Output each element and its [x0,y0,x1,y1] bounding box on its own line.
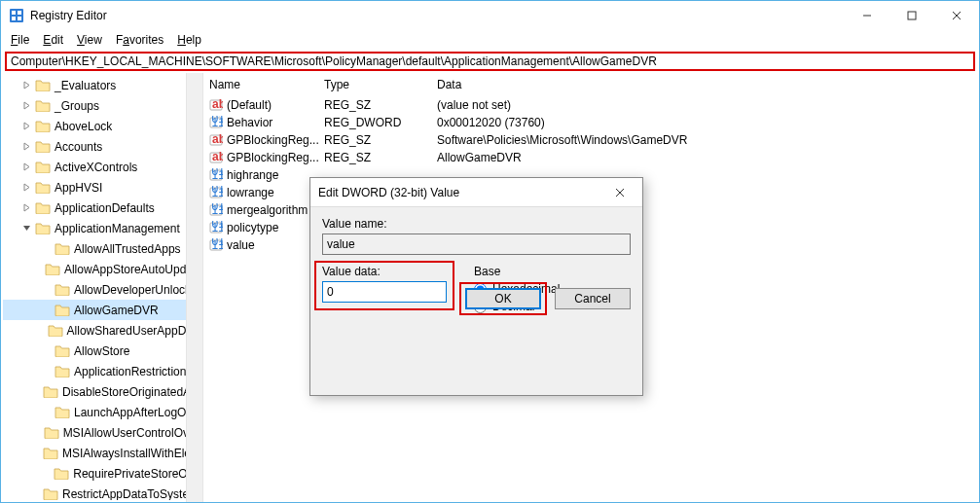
cancel-button[interactable]: Cancel [555,288,631,309]
tree-node-apphvsi[interactable]: AppHVSI [3,177,202,198]
expander-none [40,468,51,480]
value-name-input[interactable] [322,234,631,255]
tree-node--evaluators[interactable]: _Evaluators [3,75,202,95]
window-controls [845,1,979,30]
tree-scrollbar[interactable] [186,73,202,502]
expander-none [40,243,52,255]
tree-node-msialwaysinstallwitheleva[interactable]: MSIAlwaysInstallWithEleva [3,443,202,463]
row-name: policytype [227,221,278,234]
expander-icon[interactable] [20,80,32,91]
row-data: AllowGameDVR [431,151,979,164]
svg-text:110: 110 [212,116,224,129]
expander-icon[interactable] [20,223,32,234]
svg-text:110: 110 [212,186,224,199]
tree-node-msiallowusercontroloveri[interactable]: MSIAllowUserControlOverI [3,422,202,443]
expander-none [40,325,45,337]
tree-node-applicationrestrictions[interactable]: ApplicationRestrictions [3,361,202,381]
list-row[interactable]: abGPBlockingReg...REG_SZAllowGameDVR [203,149,979,166]
expander-none [40,407,52,418]
tree-node-allowappstoreautoupdate[interactable]: AllowAppStoreAutoUpdate [3,259,202,279]
list-row[interactable]: ab(Default)REG_SZ(value not set) [203,96,979,114]
row-type: REG_DWORD [318,116,431,129]
row-name: mergealgorithm [227,203,308,217]
ok-highlight: OK [459,282,547,315]
svg-text:110: 110 [212,168,224,182]
ok-button[interactable]: OK [465,288,541,309]
menu-favorites[interactable]: Favorites [110,31,169,49]
svg-rect-4 [18,17,21,20]
row-name: highrange [227,168,278,182]
dialog-title: Edit DWORD (32-bit) Value [318,186,605,199]
expander-icon[interactable] [20,141,32,153]
expander-icon[interactable] [20,162,32,173]
expander-icon[interactable] [20,121,32,132]
tree-node-label: MSIAlwaysInstallWithEleva [62,447,202,460]
svg-text:ab: ab [212,98,223,111]
row-name: lowrange [227,186,274,199]
menu-help[interactable]: Help [171,31,207,49]
menubar: File Edit View Favorites Help [1,30,979,50]
tree-node-label: _Evaluators [54,79,116,92]
svg-rect-6 [908,12,916,19]
tree-node-launchappafterlogon[interactable]: LaunchAppAfterLogOn [3,402,202,422]
minimize-button[interactable] [845,1,889,30]
expander-icon[interactable] [20,100,32,112]
list-row[interactable]: abGPBlockingReg...REG_SZSoftware\Policie… [203,131,979,149]
tree-node-label: AllowAllTrustedApps [74,242,181,256]
close-button[interactable] [934,1,979,30]
tree-node-allowshareduserappdata[interactable]: AllowSharedUserAppData [3,320,202,341]
row-name: Behavior [227,116,272,129]
maximize-button[interactable] [889,1,934,30]
menu-view[interactable]: View [71,31,108,49]
row-data: (value not set) [431,98,979,112]
tree-node-label: AllowDeveloperUnlock [74,283,191,297]
tree-node-accounts[interactable]: Accounts [3,136,202,157]
tree-node--groups[interactable]: _Groups [3,95,202,116]
window-title: Registry Editor [30,9,845,22]
list-row[interactable]: 011110BehaviorREG_DWORD0x00012020 (73760… [203,114,979,131]
tree-node-allowstore[interactable]: AllowStore [3,341,202,361]
tree-node-abovelock[interactable]: AboveLock [3,116,202,136]
tree-node-requireprivatestoreonly[interactable]: RequirePrivateStoreOnly [3,463,202,484]
tree-node-label: AboveLock [54,120,112,133]
tree-node-allowgamedvr[interactable]: AllowGameDVR [3,300,202,320]
column-data[interactable]: Data [431,74,979,95]
column-type[interactable]: Type [318,74,431,95]
address-bar[interactable]: Computer\HKEY_LOCAL_MACHINE\SOFTWARE\Mic… [5,52,975,71]
app-icon [9,8,24,23]
row-name: value [227,238,255,252]
value-data-highlight: Value data: [314,261,454,310]
titlebar: Registry Editor [1,1,979,30]
tree-node-label: AllowAppStoreAutoUpdate [64,263,202,276]
menu-edit[interactable]: Edit [37,31,69,49]
tree-node-activexcontrols[interactable]: ActiveXControls [3,157,202,177]
column-name[interactable]: Name [203,74,318,95]
menu-file[interactable]: File [5,31,35,49]
list-header: Name Type Data [203,73,979,96]
tree-node-applicationmanagement[interactable]: ApplicationManagement [3,218,202,238]
row-name: (Default) [227,98,272,112]
tree-node-allowdeveloperunlock[interactable]: AllowDeveloperUnlock [3,279,202,300]
tree-node-applicationdefaults[interactable]: ApplicationDefaults [3,198,202,218]
expander-icon[interactable] [20,202,32,214]
svg-text:110: 110 [212,221,224,234]
dialog-close-button[interactable] [605,179,635,206]
row-name: GPBlockingReg... [227,151,318,164]
dialog-titlebar: Edit DWORD (32-bit) Value [310,178,642,207]
tree-node-restrictappdatatosystemv[interactable]: RestrictAppDataToSystemV [3,484,202,500]
tree-node-label: RestrictAppDataToSystemV [62,487,202,501]
tree-node-disablestoreoriginatedapp[interactable]: DisableStoreOriginatedApp [3,381,202,402]
tree-node-label: DisableStoreOriginatedApp [62,385,202,399]
tree-node-label: Accounts [54,140,102,154]
expander-none [40,264,42,275]
expander-none [40,345,52,357]
tree-view[interactable]: _Evaluators_GroupsAboveLockAccountsActiv… [1,73,203,502]
expander-icon[interactable] [20,182,32,194]
row-type: REG_SZ [318,151,431,164]
value-data-input[interactable] [322,281,447,303]
svg-rect-1 [12,11,16,15]
row-type: REG_SZ [318,133,431,147]
expander-none [40,366,52,377]
row-data: Software\Policies\Microsoft\Windows\Game… [431,133,979,147]
tree-node-allowalltrustedapps[interactable]: AllowAllTrustedApps [3,238,202,259]
